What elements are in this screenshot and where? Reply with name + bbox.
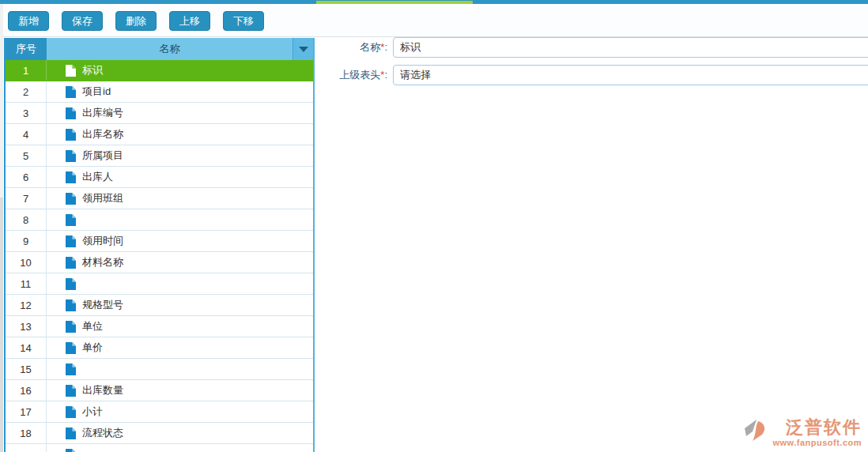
table-row[interactable]: 15 [6, 359, 313, 380]
document-icon [66, 428, 76, 439]
row-name-label: 领用班组 [82, 191, 123, 205]
table-row[interactable]: 17 小计 [6, 401, 313, 423]
vendor-url: www.fanpusoft.com [772, 438, 862, 447]
row-name-cell [47, 444, 313, 452]
table-row[interactable]: 13 单位 [6, 316, 313, 337]
document-icon [66, 107, 76, 119]
vendor-name: 泛普软件 [786, 417, 862, 438]
row-name-label: 领用时间 [82, 234, 123, 248]
chevron-down-icon [299, 47, 308, 52]
row-name-cell: 出库名称 [47, 124, 313, 145]
row-name-cell: 领用时间 [47, 231, 313, 251]
document-icon [66, 385, 76, 397]
document-icon [66, 129, 76, 141]
table-row[interactable]: 9 领用时间 [6, 231, 313, 252]
parent-header-field-label: 上级表头*: [316, 64, 387, 86]
table-row[interactable]: 8 [6, 209, 313, 231]
row-seq: 3 [6, 103, 47, 123]
document-icon [66, 299, 76, 311]
row-name-label: 项目id [82, 85, 111, 99]
field-list-table: 序号 名称 1 标识 2 项目id 3 [4, 38, 315, 452]
row-name-cell: 项目id [47, 81, 313, 102]
table-row[interactable]: 6 出库人 [6, 167, 313, 188]
document-icon [66, 449, 76, 452]
document-icon [66, 65, 76, 77]
row-seq: 11 [6, 273, 47, 294]
row-seq: 16 [6, 380, 47, 401]
table-row[interactable]: 2 项目id [6, 81, 313, 103]
parent-header-select[interactable] [393, 65, 868, 85]
row-name-label: 出库名称 [82, 127, 123, 141]
row-seq [6, 444, 47, 452]
document-icon [66, 193, 76, 205]
row-seq: 1 [6, 60, 47, 81]
table-header-row: 序号 名称 [6, 38, 313, 60]
row-name-cell: 出库编号 [47, 103, 313, 123]
row-name-cell: 材料名称 [47, 252, 313, 273]
move-down-button[interactable]: 下移 [223, 11, 264, 31]
table-row[interactable]: 14 单价 [6, 337, 313, 359]
document-icon [66, 150, 76, 162]
row-name-cell: 出库数量 [47, 380, 313, 401]
table-row[interactable]: 16 出库数量 [6, 380, 313, 401]
document-icon [66, 406, 76, 418]
table-body: 1 标识 2 项目id 3 出库编号 4 [6, 60, 313, 452]
fanpu-logo-icon [742, 417, 769, 446]
row-name-cell: 出库人 [47, 167, 313, 187]
row-name-cell: 单位 [47, 316, 313, 337]
row-seq: 18 [6, 423, 47, 443]
row-name-cell: 流程状态 [47, 423, 313, 443]
row-name-label: 出库人 [82, 170, 113, 184]
table-row[interactable]: 3 出库编号 [6, 103, 313, 124]
row-seq: 15 [6, 359, 47, 379]
table-row[interactable] [6, 444, 313, 452]
row-name-cell [47, 209, 313, 230]
name-input[interactable] [393, 37, 868, 58]
row-seq: 17 [6, 401, 47, 422]
row-seq: 12 [6, 295, 47, 315]
row-seq: 9 [6, 231, 47, 251]
save-button[interactable]: 保存 [62, 11, 103, 31]
form-row-name: 名称*: [316, 36, 868, 58]
document-icon [66, 214, 76, 226]
row-name-label: 出库编号 [82, 106, 123, 120]
document-icon [66, 321, 76, 333]
add-button[interactable]: 新增 [8, 11, 49, 31]
table-row[interactable]: 11 [6, 273, 313, 295]
document-icon [66, 257, 76, 269]
table-row[interactable]: 4 出库名称 [6, 124, 313, 145]
table-row[interactable]: 5 所属项目 [6, 145, 313, 167]
toolbar: 新增 保存 删除 上移 下移 [0, 4, 868, 37]
row-name-cell: 标识 [47, 60, 313, 81]
row-name-cell: 领用班组 [47, 188, 313, 209]
move-up-button[interactable]: 上移 [169, 11, 210, 31]
row-name-label: 规格型号 [82, 298, 123, 312]
table-row[interactable]: 10 材料名称 [6, 252, 313, 273]
row-name-label: 单位 [82, 319, 103, 333]
left-splitter[interactable] [0, 4, 3, 452]
row-name-cell: 小计 [47, 401, 313, 422]
document-icon [66, 235, 76, 247]
document-icon [66, 171, 76, 183]
row-name-label: 单价 [82, 341, 103, 355]
row-name-cell: 单价 [47, 337, 313, 358]
delete-button[interactable]: 删除 [115, 11, 157, 31]
left-splitter-handle[interactable] [0, 198, 3, 452]
table-row[interactable]: 18 流程状态 [6, 423, 313, 444]
table-row[interactable]: 1 标识 [6, 60, 313, 81]
row-name-cell [47, 359, 313, 379]
row-name-label: 小计 [82, 405, 103, 419]
row-name-label: 出库数量 [82, 383, 123, 397]
form-row-parent-header: 上级表头*: [316, 64, 868, 86]
name-field-label: 名称*: [316, 36, 387, 58]
row-name-cell [47, 273, 313, 294]
table-row[interactable]: 12 规格型号 [6, 295, 313, 316]
column-header-name: 名称 [47, 38, 292, 60]
row-seq: 14 [6, 337, 47, 358]
row-seq: 2 [6, 81, 47, 102]
row-name-label: 所属项目 [82, 149, 123, 163]
column-menu-button[interactable] [292, 38, 313, 60]
table-row[interactable]: 7 领用班组 [6, 188, 313, 209]
column-header-seq: 序号 [6, 38, 47, 60]
vendor-watermark: 泛普软件 www.fanpusoft.com [742, 417, 862, 447]
